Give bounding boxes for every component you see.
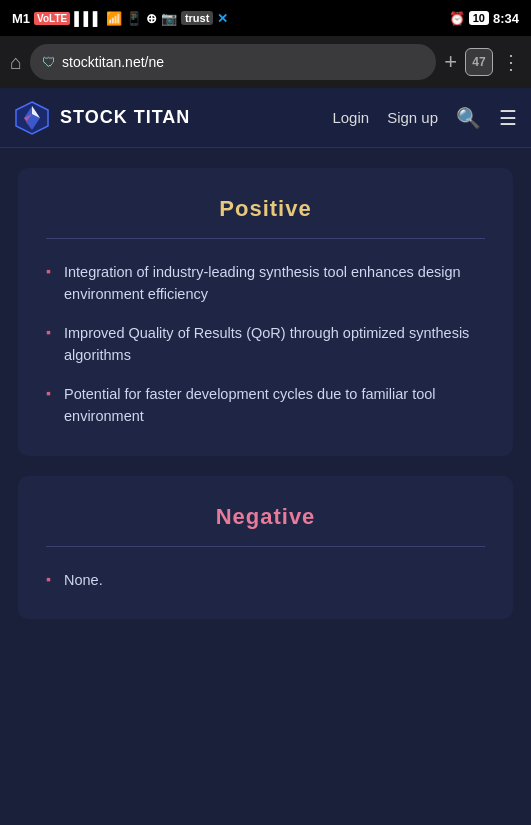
- nav-links: Login Sign up 🔍 ☰: [332, 106, 517, 130]
- status-right: ⏰ 10 8:34: [449, 11, 519, 26]
- status-bar: M1 VoLTE ▌▌▌ 📶 📱 ⊕ 📷 trust ✕ ⏰ 10 8:34: [0, 0, 531, 36]
- device-icon: 📱: [126, 11, 142, 26]
- home-icon[interactable]: ⌂: [10, 51, 22, 74]
- tab-count-badge[interactable]: 47: [465, 48, 493, 76]
- positive-title-text: Positive: [219, 196, 311, 221]
- positive-list: Integration of industry-leading synthesi…: [46, 261, 485, 428]
- time-display: 8:34: [493, 11, 519, 26]
- volte-icon: VoLTE: [34, 12, 70, 25]
- list-item: Potential for faster development cycles …: [46, 383, 485, 428]
- x-icon: ✕: [217, 11, 228, 26]
- site-logo-text: STOCK TITAN: [60, 107, 190, 128]
- more-menu-button[interactable]: ⋮: [501, 50, 521, 74]
- positive-card: Positive Integration of industry-leading…: [18, 168, 513, 456]
- menu-icon[interactable]: ☰: [499, 106, 517, 130]
- negative-list: None.: [46, 569, 485, 591]
- list-item: None.: [46, 569, 485, 591]
- security-shield-icon: 🛡: [42, 54, 56, 70]
- search-icon[interactable]: 🔍: [456, 106, 481, 130]
- alarm-icon: ⊕: [146, 11, 157, 26]
- signal-icon: ▌▌▌: [74, 11, 102, 26]
- wifi-icon: 📶: [106, 11, 122, 26]
- alarm-clock-icon: ⏰: [449, 11, 465, 26]
- list-item: Integration of industry-leading synthesi…: [46, 261, 485, 306]
- battery-indicator: 10: [469, 11, 489, 25]
- main-content: Positive Integration of industry-leading…: [0, 168, 531, 619]
- signup-button[interactable]: Sign up: [387, 109, 438, 126]
- instagram-icon: 📷: [161, 11, 177, 26]
- list-item: Improved Quality of Results (QoR) throug…: [46, 322, 485, 367]
- positive-title: Positive: [46, 196, 485, 222]
- positive-divider: [46, 238, 485, 239]
- negative-card: Negative None.: [18, 476, 513, 619]
- status-left: M1 VoLTE ▌▌▌ 📶 📱 ⊕ 📷 trust ✕: [12, 11, 228, 26]
- address-bar-row: ⌂ 🛡 stocktitan.net/ne + 47 ⋮: [0, 36, 531, 88]
- new-tab-button[interactable]: +: [444, 49, 457, 75]
- carrier-label: M1: [12, 11, 30, 26]
- url-display[interactable]: stocktitan.net/ne: [62, 54, 424, 70]
- negative-divider: [46, 546, 485, 547]
- negative-title: Negative: [46, 504, 485, 530]
- negative-title-text: Negative: [216, 504, 316, 529]
- login-button[interactable]: Login: [332, 109, 369, 126]
- trust-label: trust: [181, 11, 213, 25]
- logo-area: STOCK TITAN: [14, 100, 332, 136]
- address-pill[interactable]: 🛡 stocktitan.net/ne: [30, 44, 436, 80]
- logo-icon: [14, 100, 50, 136]
- nav-bar: STOCK TITAN Login Sign up 🔍 ☰: [0, 88, 531, 148]
